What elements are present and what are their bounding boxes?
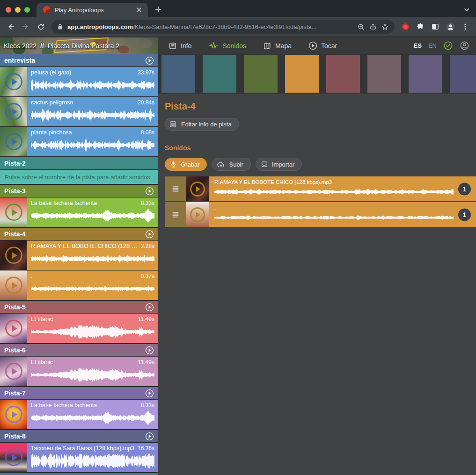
breadcrumb-track[interactable]: Placeta Divina Pastora 2: [48, 42, 119, 50]
play-overlay-icon[interactable]: [0, 197, 27, 227]
record-extension-icon[interactable]: [398, 20, 412, 34]
sound-title: Taconeo de Sara Baras (128 kbps).mp3: [31, 445, 134, 452]
section-header[interactable]: Pista-8: [0, 430, 158, 442]
sound-item[interactable]: planta pinchosa8.08s: [0, 127, 158, 156]
sound-item[interactable]: pelusa (el gato)33.97s: [0, 67, 158, 96]
browser-menu-kebab-icon[interactable]: [458, 20, 472, 34]
section-header[interactable]: Pista-7: [0, 387, 158, 399]
sidebar-section-pista-7: Pista-7La base fachera facherita8.33s: [0, 387, 158, 429]
edit-track-info-button[interactable]: Editar info de pista: [165, 118, 239, 131]
play-section-icon[interactable]: [145, 389, 154, 398]
play-overlay-icon[interactable]: [0, 400, 27, 429]
play-section-icon[interactable]: [145, 187, 154, 196]
side-panel-icon[interactable]: [428, 20, 442, 34]
sound-item[interactable]: Taconeo de Sara Baras (128 kbps).mp316.3…: [0, 443, 158, 472]
sound-item[interactable]: La base fachera facherita8.33s: [0, 197, 158, 227]
subir-button[interactable]: Subir: [212, 158, 250, 171]
app-nav-bar: InfoSonidosMapaTocar ES EN: [158, 37, 476, 54]
play-overlay-icon[interactable]: [0, 357, 27, 386]
project-header-image[interactable]: Kleos 2022 // Placeta Divina Pastora 2: [0, 37, 158, 54]
section-header[interactable]: Pista-3: [0, 185, 158, 197]
sound-title: .: [31, 273, 32, 279]
close-window-button[interactable]: [6, 7, 11, 13]
profile-avatar[interactable]: [443, 20, 457, 34]
play-section-icon[interactable]: [145, 303, 154, 312]
fullscreen-window-button[interactable]: [24, 7, 30, 13]
sound-row[interactable]: R.AMAYA Y EL BOBOTE CHICO (128 kbps).mp3…: [165, 176, 476, 201]
sound-duration: 20.84s: [138, 99, 154, 106]
tab-close-icon[interactable]: [135, 6, 143, 14]
play-section-icon[interactable]: [145, 56, 154, 65]
play-section-icon[interactable]: [145, 346, 154, 355]
app-root: Kleos 2022 // Placeta Divina Pastora 2 e…: [0, 37, 476, 475]
sound-item[interactable]: La base fachera facherita8.33s: [0, 400, 158, 429]
track-color-swatch[interactable]: [326, 55, 360, 93]
play-overlay-icon[interactable]: [186, 176, 209, 201]
sound-item[interactable]: .0.37s: [0, 270, 158, 300]
nav-item-info[interactable]: Info: [168, 42, 191, 50]
section-name: Pista-8: [4, 432, 26, 440]
play-overlay-icon[interactable]: [0, 270, 27, 300]
play-overlay-icon[interactable]: [0, 127, 27, 156]
sound-item[interactable]: cactus peligroso20.84s: [0, 97, 158, 126]
track-color-swatch[interactable]: [244, 55, 278, 93]
refresh-button[interactable]: [34, 20, 48, 34]
account-icon[interactable]: [460, 41, 469, 51]
sound-item[interactable]: R.AMAYA Y EL BOBOTE CHICO (128 kbps)....…: [0, 241, 158, 270]
grabar-button[interactable]: Grabar: [165, 158, 207, 171]
sound-row[interactable]: .1: [165, 202, 476, 227]
minimize-window-button[interactable]: [15, 7, 21, 13]
nav-item-label: Info: [181, 42, 191, 50]
section-header[interactable]: Pista-5: [0, 301, 158, 313]
forward-button[interactable]: [19, 20, 33, 34]
section-header[interactable]: Pista-2: [0, 157, 158, 169]
extensions-puzzle-icon[interactable]: [413, 20, 427, 34]
breadcrumb-project[interactable]: Kleos 2022: [4, 42, 37, 50]
drag-handle-icon: [171, 210, 180, 219]
track-color-swatch[interactable]: [161, 55, 195, 93]
sound-item[interactable]: El titanic11.49s: [0, 357, 158, 386]
tab-search-chevron-icon[interactable]: [463, 7, 470, 13]
language-en-button[interactable]: EN: [428, 42, 437, 49]
bookmark-star-icon[interactable]: [381, 23, 389, 31]
sound-thumbnail: [0, 67, 27, 96]
sync-check-icon[interactable]: [443, 41, 453, 51]
lock-icon[interactable]: [57, 23, 63, 30]
tab-title: Play Antropoloops: [55, 7, 131, 14]
address-bar[interactable]: app.antropoloops.com/Kleos-Santa-Marina/…: [51, 20, 395, 34]
drag-handle[interactable]: [165, 202, 186, 227]
play-overlay-icon[interactable]: [0, 97, 27, 126]
browser-tab[interactable]: Play Antropoloops: [37, 3, 148, 17]
language-es-button[interactable]: ES: [414, 42, 422, 49]
section-name: Pista-7: [4, 389, 26, 397]
play-overlay-icon[interactable]: [186, 202, 209, 227]
sound-thumbnail: [0, 314, 27, 343]
zoom-out-icon[interactable]: [357, 23, 365, 31]
nav-item-tocar[interactable]: Tocar: [308, 41, 337, 50]
section-header[interactable]: Pista-4: [0, 228, 158, 240]
url-domain: app.antropoloops.com: [67, 23, 133, 30]
nav-item-label: Mapa: [275, 42, 292, 50]
nav-item-sonidos[interactable]: Sonidos: [208, 42, 246, 50]
sound-item[interactable]: El titanic11.49s: [0, 314, 158, 343]
sound-duration: 16.36s: [138, 445, 154, 452]
track-color-swatch[interactable]: [203, 55, 236, 93]
share-icon[interactable]: [369, 23, 377, 30]
play-overlay-icon[interactable]: [0, 443, 27, 472]
track-color-swatch[interactable]: [285, 55, 319, 93]
section-header[interactable]: Pista-6: [0, 344, 158, 356]
track-color-swatch[interactable]: [450, 55, 476, 93]
play-overlay-icon[interactable]: [0, 314, 27, 343]
drag-handle[interactable]: [165, 176, 186, 201]
play-overlay-icon[interactable]: [0, 241, 27, 270]
play-section-icon[interactable]: [145, 230, 154, 239]
new-tab-button[interactable]: [152, 3, 165, 16]
section-header[interactable]: entrevista: [0, 54, 158, 66]
importar-button[interactable]: Importar: [256, 158, 302, 171]
play-section-icon[interactable]: [145, 432, 154, 441]
play-overlay-icon[interactable]: [0, 67, 27, 96]
track-color-swatch[interactable]: [367, 55, 401, 93]
back-button[interactable]: [4, 20, 18, 34]
nav-item-mapa[interactable]: Mapa: [263, 42, 292, 50]
track-color-swatch[interactable]: [409, 55, 442, 93]
